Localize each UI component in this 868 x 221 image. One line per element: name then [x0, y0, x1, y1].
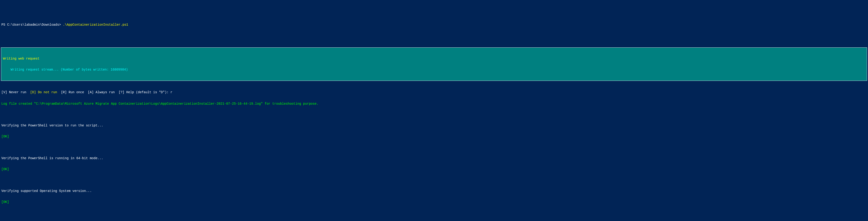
choice-help: [?] Help (default is "D"): — [119, 90, 170, 94]
choice-always-run: [A] Always run — [88, 90, 119, 94]
verify-os-version: Verifying supported Operating System ver… — [0, 189, 868, 193]
run-choice-prompt: [V] Never run [D] Do not run [R] Run onc… — [0, 90, 868, 94]
blank-line — [0, 35, 868, 38]
log-message: Log file created "C:\ProgramData\Microso… — [1, 102, 318, 106]
progress-title: Writing web request — [3, 57, 865, 60]
ok-status: [OK] — [1, 167, 9, 171]
choice-never-run: [V] Never run — [1, 90, 30, 94]
choice-run-once: [R] Run once — [61, 90, 88, 94]
blank-line — [0, 211, 868, 215]
blank-line — [0, 113, 868, 116]
prompt-path: PS C:\Users\labadmin\Downloads> — [1, 23, 63, 27]
blank-line — [0, 146, 868, 149]
choice-d-bracket: [D] — [30, 90, 38, 94]
verify-powershell-version: Verifying the PowerShell version to run … — [0, 124, 868, 127]
powershell-terminal[interactable]: PS C:\Users\labadmin\Downloads> .\AppCon… — [0, 15, 868, 221]
progress-box: Writing web request Writing request stre… — [1, 48, 867, 81]
prompt-line: PS C:\Users\labadmin\Downloads> .\AppCon… — [0, 22, 868, 27]
ok-status: [OK] — [1, 200, 9, 204]
progress-detail: Writing request stream... (Number of byt… — [3, 68, 865, 72]
choice-do-not-run: Do not run — [38, 90, 61, 94]
blank-line — [0, 178, 868, 182]
verify-64bit-mode: Verifying the PowerShell is running in 6… — [0, 157, 868, 160]
ok-status: [OK] — [1, 135, 9, 138]
command-text: .\AppContainerizationInstaller.ps1 — [63, 23, 128, 27]
choice-input[interactable]: r — [170, 90, 172, 94]
